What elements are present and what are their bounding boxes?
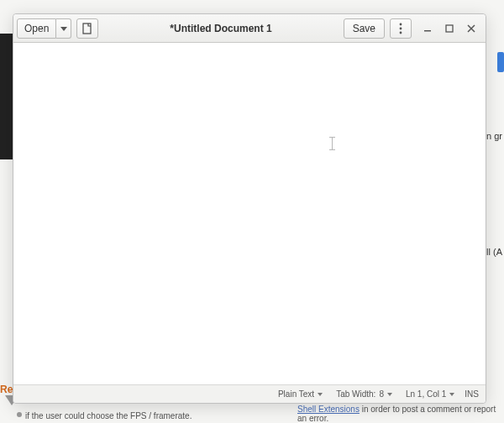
svg-point-6 — [400, 31, 402, 34]
bg-comment-text: if the user could choose the FPS / frame… — [25, 411, 192, 420]
svg-rect-3 — [83, 24, 91, 34]
open-button-label: Open — [24, 23, 49, 34]
save-button-label: Save — [353, 23, 375, 34]
document-title: *Untitled Document 1 — [98, 23, 343, 34]
close-button[interactable] — [465, 23, 477, 34]
tab-width-selector[interactable]: Tab Width: 8 — [331, 389, 397, 399]
save-button[interactable]: Save — [344, 18, 385, 39]
bullet-icon — [15, 410, 24, 419]
syntax-mode-label: Plain Text — [278, 389, 314, 399]
bg-text-fragment: n gr — [486, 131, 502, 141]
cursor-position-selector[interactable]: Ln 1, Col 1 — [401, 389, 459, 399]
minimize-button[interactable] — [422, 23, 433, 34]
new-document-button[interactable] — [76, 18, 98, 39]
window-controls — [422, 23, 477, 34]
chevron-down-icon — [60, 25, 67, 32]
tab-width-label: Tab Width: — [336, 389, 375, 399]
open-button[interactable]: Open — [17, 18, 56, 39]
bg-shell-link[interactable]: Shell Extensions — [297, 405, 360, 414]
svg-marker-2 — [60, 27, 67, 31]
svg-rect-7 — [424, 30, 431, 32]
new-document-icon — [81, 23, 93, 34]
syntax-mode-selector[interactable]: Plain Text — [273, 389, 328, 399]
text-editor-window: Open *Untitled Document 1 Save — [13, 13, 486, 404]
kebab-menu-icon — [399, 23, 402, 34]
statusbar: Plain Text Tab Width: 8 Ln 1, Col 1 INS — [13, 384, 486, 403]
svg-point-1 — [17, 412, 22, 417]
hamburger-menu-button[interactable] — [390, 18, 412, 39]
chevron-down-icon — [387, 393, 392, 396]
chevron-down-icon — [318, 393, 323, 396]
maximize-icon — [445, 24, 454, 33]
text-editor-area[interactable] — [13, 43, 486, 384]
close-icon — [467, 24, 475, 33]
chevron-down-icon — [449, 393, 454, 396]
bg-footer-text: Shell Extensions in order to post a comm… — [297, 405, 504, 423]
insert-mode-label: INS — [465, 389, 479, 399]
headerbar: Open *Untitled Document 1 Save — [13, 14, 486, 43]
text-cursor-ibeam — [329, 137, 335, 150]
cursor-position-label: Ln 1, Col 1 — [406, 389, 446, 399]
bg-text-fragment: ll (A — [486, 247, 502, 257]
open-recent-dropdown[interactable] — [56, 18, 71, 39]
svg-rect-8 — [446, 25, 453, 32]
insert-mode-indicator[interactable]: INS — [463, 389, 480, 399]
bg-toggle[interactable] — [497, 52, 504, 72]
maximize-button[interactable] — [444, 23, 455, 34]
minimize-icon — [423, 24, 432, 33]
svg-point-5 — [400, 27, 402, 29]
svg-point-4 — [400, 23, 402, 25]
tab-width-value: 8 — [379, 389, 384, 399]
